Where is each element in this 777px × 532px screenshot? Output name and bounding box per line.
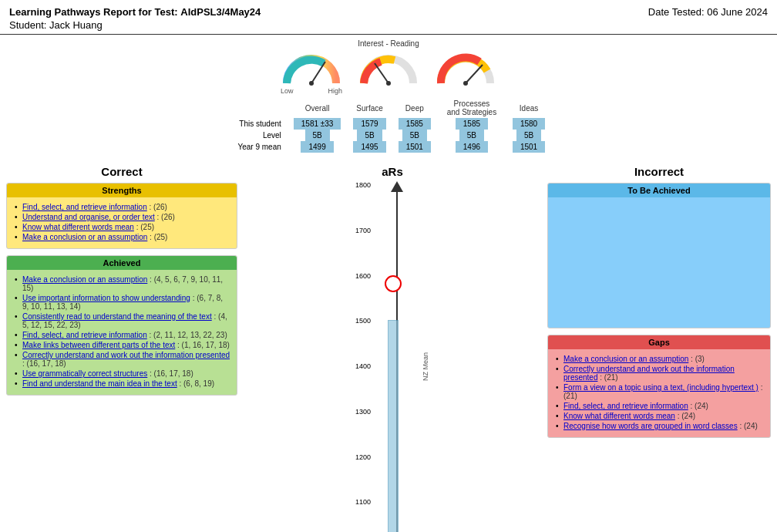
achieved-detail-4: : (2, 11, 12, 13, 22, 23): [147, 331, 227, 339]
list-item: Correctly understand and work out the in…: [13, 350, 230, 369]
ars-title: aRs: [382, 165, 403, 178]
list-item: Use important information to show unders…: [13, 293, 230, 311]
strength-link-1[interactable]: Find, select, and retrieve information: [22, 203, 147, 211]
axis-label-1500: 1500: [355, 317, 371, 325]
axis-label-1700: 1700: [355, 227, 371, 234]
achieved-link-8[interactable]: Find and understand the main idea in the…: [22, 379, 177, 388]
axis-label-1300: 1300: [355, 408, 371, 416]
to-achieve-title: To Be Achieved: [548, 184, 770, 197]
svg-point-5: [463, 81, 468, 86]
cell-student-ideas: 1580: [513, 118, 545, 130]
strength-detail-1: : (26): [147, 203, 167, 211]
axis-label-1400: 1400: [355, 362, 371, 370]
strength-link-3[interactable]: Know what different words mean: [22, 223, 134, 231]
axis-label-1100: 1100: [355, 498, 371, 506]
list-item: Find, select, and retrieve information :…: [13, 330, 230, 340]
gauge-high: High: [328, 87, 342, 95]
cell-year9-ideas: 1501: [513, 141, 545, 153]
strengths-box: Strengths Find, select, and retrieve inf…: [6, 183, 237, 249]
date-value: 06 June 2024: [707, 6, 768, 18]
left-panel: Correct Strengths Find, select, and retr…: [6, 165, 237, 532]
stats-table: Overall Surface Deep Processesand Strate…: [226, 98, 551, 153]
col-surface: Surface: [347, 98, 392, 118]
interest-label: Interest - Reading: [9, 39, 768, 48]
report-title-label: Learning Pathways Report for Test:: [9, 6, 178, 18]
list-item: Make a conclusion or an assumption : (25…: [13, 232, 230, 242]
strength-detail-3: : (25): [134, 223, 154, 231]
gaps-link-5[interactable]: Know what different words mean: [563, 412, 675, 420]
achieved-link-6[interactable]: Correctly understand and work out the in…: [22, 351, 230, 359]
student-name: Jack Huang: [49, 19, 103, 31]
achieved-detail-6: : (16, 17, 18): [22, 359, 66, 368]
list-item: Make links between different parts of th…: [13, 340, 230, 350]
list-item: Find, select, and retrieve information :…: [554, 401, 764, 411]
right-panel: Incorrect To Be Achieved Gaps Make a con…: [547, 165, 771, 532]
gaps-link-2[interactable]: Correctly understand and work out the in…: [563, 365, 735, 382]
gaps-detail-1: : (3): [688, 355, 705, 363]
gaps-detail-6: : (24): [738, 422, 758, 430]
achieved-link-5[interactable]: Make links between different parts of th…: [22, 341, 175, 349]
student-label: Student:: [9, 19, 46, 31]
list-item: Know what different words mean : (24): [554, 411, 764, 421]
list-item: Know what different words mean : (25): [13, 222, 230, 232]
gauge-3: [435, 51, 496, 95]
cell-student-processes: 1585: [456, 118, 488, 130]
col-processes: Processesand Strategies: [437, 98, 506, 118]
strength-link-4[interactable]: Make a conclusion or an assumption: [22, 233, 147, 241]
gauge-2: [358, 51, 419, 95]
gaps-title: Gaps: [548, 335, 770, 349]
incorrect-title: Incorrect: [547, 165, 771, 178]
cell-student-surface: 1579: [353, 118, 385, 130]
cell-level-surface: 5B: [357, 130, 382, 141]
cell-level-deep: 5B: [402, 130, 427, 141]
axis-label-1600: 1600: [355, 272, 371, 280]
to-achieve-box: To Be Achieved: [547, 183, 771, 328]
strength-detail-2: : (26): [155, 213, 175, 221]
achieved-detail-7: : (16, 17, 18): [147, 369, 193, 378]
gaps-detail-5: : (24): [675, 412, 695, 420]
achieved-link-1[interactable]: Make a conclusion or an assumption: [22, 275, 147, 284]
student-circle: [385, 275, 402, 292]
row-level-label: Level: [226, 130, 288, 141]
col-ideas: Ideas: [506, 98, 551, 118]
gaps-link-1[interactable]: Make a conclusion or an assumption: [563, 355, 688, 363]
date-label: Date Tested:: [648, 6, 705, 18]
gaps-link-3[interactable]: Form a view on a topic using a text, (in…: [563, 383, 758, 392]
gauge-low: Low: [281, 87, 294, 95]
list-item: Understand and organise, or order text :…: [13, 212, 230, 222]
achieved-link-2[interactable]: Use important information to show unders…: [22, 294, 190, 302]
list-item: Find and understand the main idea in the…: [13, 379, 230, 389]
row-year9-label: Year 9 mean: [226, 141, 288, 153]
list-item: Make a conclusion or an assumption : (4,…: [13, 274, 230, 293]
achieved-detail-8: : (6, 8, 19): [177, 379, 214, 388]
gaps-link-6[interactable]: Recognise how words are grouped in word …: [563, 422, 738, 430]
ars-chart-area: [374, 181, 420, 532]
achieved-list: Make a conclusion or an assumption : (4,…: [13, 274, 230, 389]
list-item: Find, select, and retrieve information :…: [13, 202, 230, 212]
gaps-detail-4: : (24): [688, 402, 708, 410]
list-item: Correctly understand and work out the in…: [554, 364, 764, 382]
strength-link-2[interactable]: Understand and organise, or order text: [22, 213, 155, 221]
achieved-link-3[interactable]: Consistently read to understand the mean…: [22, 312, 212, 321]
col-overall: Overall: [288, 98, 348, 118]
list-item: Form a view on a topic using a text, (in…: [554, 382, 764, 401]
achieved-link-4[interactable]: Find, select, and retrieve information: [22, 331, 147, 339]
svg-point-1: [309, 81, 314, 86]
svg-line-2: [375, 63, 388, 83]
cell-year9-overall: 1499: [301, 141, 333, 153]
center-panel: aRs 1800 1700 1600 1500 1400 1300 1200 1…: [244, 165, 541, 532]
gaps-list: Make a conclusion or an assumption : (3)…: [554, 354, 764, 431]
cell-student-deep: 1585: [399, 118, 431, 130]
row-this-student-label: This student: [226, 118, 288, 130]
nz-mean-bar: [388, 320, 399, 532]
gaps-link-4[interactable]: Find, select, and retrieve information: [563, 402, 688, 410]
svg-point-3: [386, 81, 391, 86]
cell-student-overall: 1581 ±33: [294, 118, 341, 130]
list-item: Make a conclusion or an assumption : (3): [554, 354, 764, 364]
achieved-detail-5: : (1, 16, 17, 18): [175, 341, 230, 349]
gaps-detail-2: : (21): [597, 373, 617, 382]
cell-year9-processes: 1496: [456, 141, 488, 153]
cell-year9-deep: 1501: [399, 141, 431, 153]
achieved-link-7[interactable]: Use grammatically correct structures: [22, 369, 147, 378]
achieved-title: Achieved: [7, 256, 237, 270]
